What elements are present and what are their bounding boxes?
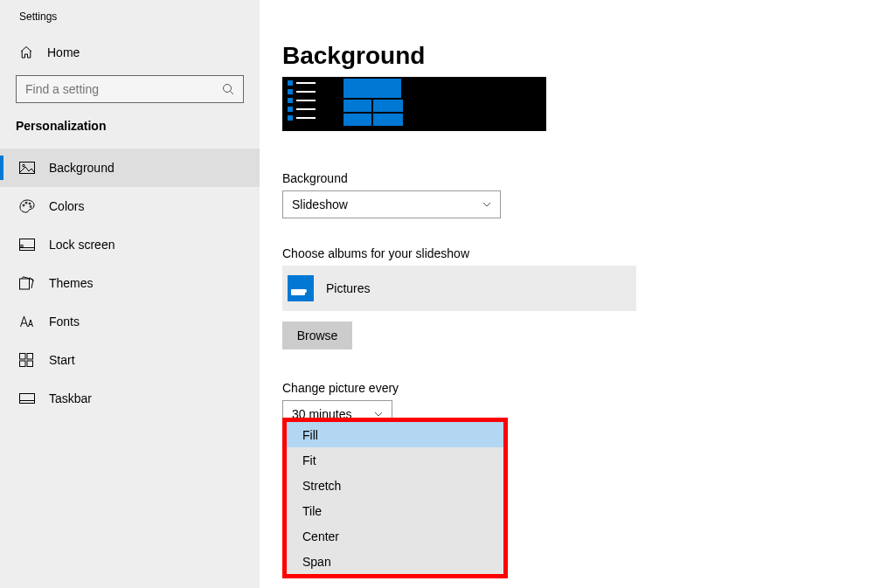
sidebar-item-fonts[interactable]: Fonts [0, 302, 260, 341]
browse-button[interactable]: Browse [282, 322, 352, 349]
search-icon [222, 83, 234, 95]
sidebar-item-background[interactable]: Background [0, 149, 260, 187]
app-title: Settings [0, 10, 260, 23]
sidebar-item-label: Background [49, 161, 114, 175]
start-icon [19, 353, 37, 367]
themes-icon [19, 276, 37, 290]
sidebar: Settings Home Personalization [0, 0, 260, 588]
folder-icon [288, 275, 314, 301]
fonts-icon [19, 315, 37, 328]
change-every-label: Change picture every [282, 381, 895, 395]
search-input[interactable] [25, 82, 236, 96]
page-title: Background [282, 42, 895, 70]
sidebar-item-label: Lock screen [49, 238, 114, 252]
svg-point-3 [23, 204, 24, 206]
sidebar-item-label: Start [49, 353, 75, 367]
home-icon [19, 45, 37, 59]
background-select-value: Slideshow [292, 197, 348, 211]
section-header: Personalization [0, 119, 260, 133]
search-box[interactable] [16, 75, 244, 103]
svg-rect-13 [27, 361, 33, 367]
svg-rect-11 [27, 354, 33, 360]
svg-point-0 [224, 85, 232, 93]
nav-list: Background Colors [0, 149, 260, 418]
nav-home-label: Home [47, 45, 80, 59]
album-name: Pictures [326, 281, 371, 295]
chevron-down-icon [482, 200, 491, 209]
background-label: Background [282, 171, 895, 185]
svg-point-2 [23, 164, 25, 167]
fit-option-fit[interactable]: Fit [287, 447, 503, 473]
background-select[interactable]: Slideshow [282, 190, 501, 218]
svg-rect-9 [20, 279, 30, 289]
sidebar-item-colors[interactable]: Colors [0, 187, 260, 225]
settings-window: Settings Home Personalization [0, 0, 895, 588]
sidebar-item-label: Fonts [49, 315, 80, 329]
sidebar-item-themes[interactable]: Themes [0, 264, 260, 302]
desktop-preview [282, 77, 546, 131]
sidebar-item-taskbar[interactable]: Taskbar [0, 379, 260, 418]
sidebar-item-lock-screen[interactable]: Lock screen [0, 225, 260, 264]
albums-label: Choose albums for your slideshow [282, 246, 895, 260]
svg-rect-1 [20, 163, 35, 174]
sidebar-item-label: Taskbar [49, 391, 92, 405]
svg-rect-12 [20, 361, 26, 367]
sidebar-item-label: Colors [49, 199, 84, 213]
taskbar-icon [19, 393, 37, 404]
album-box[interactable]: Pictures [282, 266, 636, 311]
lock-screen-icon [19, 239, 37, 251]
svg-rect-8 [21, 246, 23, 247]
svg-rect-14 [20, 394, 35, 404]
nav-home[interactable]: Home [0, 38, 260, 66]
fit-dropdown-open: Fill Fit Stretch Tile Center Span [282, 418, 508, 578]
svg-point-6 [30, 206, 31, 208]
picture-icon [19, 162, 37, 174]
fit-option-span[interactable]: Span [287, 549, 503, 574]
svg-point-5 [29, 203, 31, 204]
fit-option-fill[interactable]: Fill [287, 422, 503, 447]
svg-point-4 [25, 202, 27, 204]
sidebar-item-label: Themes [49, 276, 94, 290]
fit-option-tile[interactable]: Tile [287, 498, 503, 523]
svg-rect-10 [20, 354, 26, 360]
fit-option-center[interactable]: Center [287, 523, 503, 549]
fit-option-stretch[interactable]: Stretch [287, 473, 503, 498]
sidebar-item-start[interactable]: Start [0, 341, 260, 379]
palette-icon [19, 199, 37, 213]
